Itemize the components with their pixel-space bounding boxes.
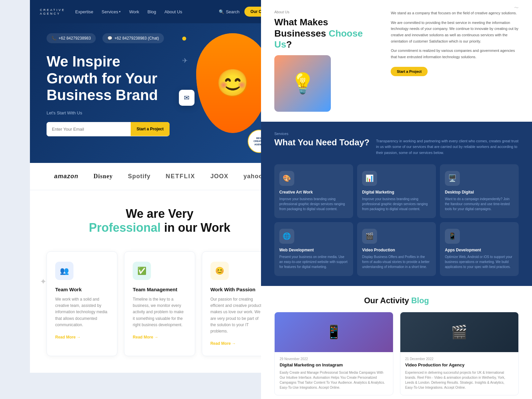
- service-card-apps[interactable]: 📱 Apps Development Optimize Web, Android…: [440, 222, 519, 276]
- management-link[interactable]: Read More →: [133, 335, 186, 339]
- brand-netflix: NETFLIX: [166, 173, 195, 180]
- search-icon: 🔍: [219, 9, 224, 14]
- phone-chat-number: +62 84279238983 (Chat): [114, 36, 159, 41]
- services-section: Services What You Need Today? Transparen…: [261, 122, 532, 286]
- phone-primary[interactable]: 📞 +62 84279238983: [47, 33, 96, 43]
- apps-title: Apps Development: [445, 248, 514, 252]
- blog-title-blog: Blog: [411, 296, 429, 305]
- desktop-icon: 🖥️: [445, 171, 460, 186]
- service-card-web[interactable]: 🌐 Web Development Present your business …: [274, 222, 353, 276]
- service-card-marketing[interactable]: 📊 Digital Marketing Improve your busines…: [357, 164, 436, 218]
- marketing-text: Improve your business branding using pro…: [362, 197, 431, 211]
- blog-image-1: 🎬: [400, 312, 519, 352]
- video-text: Display Business Offers and Profiles in …: [362, 254, 431, 269]
- professional-section: ✦ ✦ We are Very Professional in our Work…: [30, 190, 289, 373]
- blog-content-0: 29 November 2022 Digital Marketing on In…: [275, 352, 393, 395]
- logo[interactable]: CREATIVE AGENCY: [40, 8, 65, 15]
- hero-dot: [182, 37, 186, 41]
- hero-email-form: Start a Project: [47, 122, 170, 136]
- teamwork-icon: 👥: [55, 262, 73, 280]
- blog-card-0[interactable]: 📱 29 November 2022 Digital Marketing on …: [274, 312, 393, 395]
- web-title: Web Development: [279, 248, 348, 252]
- services-title-block: Services What You Need Today?: [274, 132, 369, 148]
- chat-icon: 💬: [107, 36, 112, 41]
- apps-icon: 📱: [445, 229, 460, 244]
- blog-title: Our Activity Blog: [274, 296, 519, 305]
- professional-cards: 👥 Team Work We work with a solid and cre…: [47, 251, 273, 356]
- professional-title-line2: in our Work: [164, 221, 230, 234]
- blog-date-1: 21 December 2022: [405, 357, 514, 361]
- blog-date-0: 29 November 2022: [280, 357, 388, 361]
- blog-title-line1: Our Activity: [364, 296, 409, 305]
- services-description: Transparency in working and partnering w…: [376, 132, 519, 156]
- navbar: CREATIVE AGENCY Expertise Services Work …: [30, 0, 289, 23]
- deco-curve: 〜: [514, 5, 519, 11]
- about-text-2: We are committed to providing the best s…: [391, 20, 519, 45]
- nav-services[interactable]: Services: [102, 9, 121, 14]
- nav-search[interactable]: 🔍 Search: [219, 9, 239, 14]
- about-cta-button[interactable]: Start a Project: [391, 67, 428, 76]
- management-text: Timeline is the key to a business, we mo…: [133, 296, 186, 328]
- about-image-emoji: 💡: [290, 71, 315, 95]
- web-icon: 🌐: [279, 229, 294, 244]
- passion-link[interactable]: Read More →: [210, 341, 264, 346]
- blog-image-0: 📱: [275, 312, 393, 352]
- logo-text: CREATIVE: [40, 9, 65, 12]
- passion-text: Our passion for creating efficient and c…: [210, 296, 264, 334]
- about-left: About Us What Makes Businesses Choose Us…: [274, 10, 381, 112]
- email-input[interactable]: [47, 122, 131, 136]
- pro-card-teamwork: 👥 Team Work We work with a solid and cre…: [47, 251, 117, 356]
- web-text: Present your business on online media. U…: [279, 254, 348, 269]
- services-header: Services What You Need Today? Transparen…: [274, 132, 519, 156]
- hero-image: [196, 33, 269, 133]
- professional-title: We are Very Professional in our Work: [47, 207, 273, 235]
- about-label: About Us: [274, 10, 381, 14]
- nav-about[interactable]: About Us: [165, 9, 182, 14]
- art-title: Creative Art Work: [279, 190, 348, 195]
- hero-title: We Inspire Growth for Your Business Bran…: [47, 53, 180, 104]
- apps-text: Optimize Web, Android or iOS to support …: [445, 254, 514, 269]
- hero-plane-icon: ✈: [182, 57, 188, 65]
- desktop-text: Want to do a campaign independently? Joi…: [445, 197, 514, 211]
- hero-email-card: ✉: [179, 90, 195, 106]
- brand-spotify: Spotify: [128, 173, 151, 180]
- nav-blog[interactable]: Blog: [148, 9, 156, 14]
- desktop-title: Desktop Digital: [445, 190, 514, 195]
- brand-amazon: amazon: [54, 173, 78, 180]
- management-icon: ✅: [133, 262, 151, 280]
- brand-disney: Disney: [93, 173, 113, 180]
- blog-card-1[interactable]: 🎬 21 December 2022 Video Production for …: [400, 312, 519, 395]
- phone-icon: 📞: [52, 36, 57, 41]
- deco-star-left: ✦: [40, 277, 47, 286]
- nav-expertise[interactable]: Expertise: [75, 9, 93, 14]
- left-panel: CREATIVE AGENCY Expertise Services Work …: [30, 0, 289, 373]
- video-title: Video Production: [362, 248, 431, 252]
- service-card-desktop[interactable]: 🖥️ Desktop Digital Want to do a campaign…: [440, 164, 519, 218]
- blog-grid: 📱 29 November 2022 Digital Marketing on …: [274, 312, 519, 395]
- hero-person: [196, 33, 269, 133]
- logo-sub: AGENCY: [40, 12, 65, 15]
- video-icon: 🎬: [362, 229, 377, 244]
- art-text: Improve your business branding using pro…: [279, 197, 348, 211]
- service-card-video[interactable]: 🎬 Video Production Display Business Offe…: [357, 222, 436, 276]
- phone-primary-number: +62 84279238983: [59, 36, 91, 41]
- professional-title-line1: We are Very: [126, 207, 193, 220]
- blog-post-text-0: Easily Create and Manage Professional So…: [280, 370, 388, 390]
- blog-content-1: 21 December 2022 Video Production for Ag…: [400, 352, 519, 395]
- start-project-button[interactable]: Start a Project: [131, 122, 170, 136]
- hero-section: 📞 +62 84279238983 💬 +62 84279238983 (Cha…: [30, 23, 289, 163]
- search-label: Search: [226, 9, 239, 14]
- about-title: What Makes Businesses Choose Us?: [274, 17, 381, 50]
- services-grid: 🎨 Creative Art Work Improve your busines…: [274, 164, 519, 276]
- phone-chat[interactable]: 💬 +62 84279238983 (Chat): [102, 33, 164, 43]
- service-card-art[interactable]: 🎨 Creative Art Work Improve your busines…: [274, 164, 353, 218]
- blog-section: Our Activity Blog 📱 29 November 2022 Dig…: [261, 286, 532, 399]
- passion-title: Work With Passion: [210, 287, 264, 292]
- nav-work[interactable]: Work: [129, 9, 139, 14]
- teamwork-text: We work with a solid and creative team, …: [55, 296, 109, 328]
- right-panel: 〜 About Us What Makes Businesses Choose …: [261, 0, 532, 399]
- teamwork-link[interactable]: Read More →: [55, 335, 109, 339]
- pro-card-management: ✅ Team Management Timeline is the key to…: [124, 251, 195, 356]
- about-text-1: We stand as a company that focuses on th…: [391, 10, 519, 16]
- blog-post-title-1: Video Production for Agency: [405, 362, 514, 367]
